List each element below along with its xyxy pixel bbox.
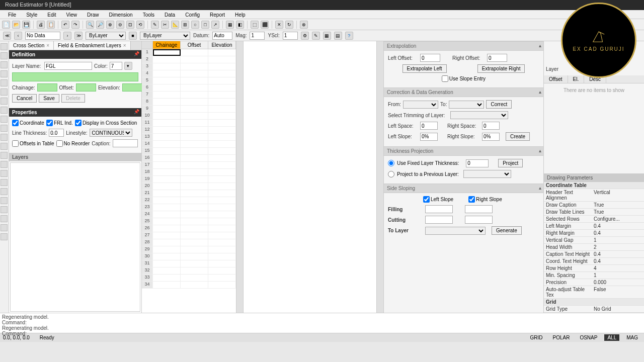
nav-prev-icon[interactable]: ‹ xyxy=(14,32,22,40)
leftspace-input[interactable] xyxy=(420,122,438,130)
extrapolate-left-button[interactable]: Extrapolate Left xyxy=(403,64,447,73)
layers-list[interactable] xyxy=(10,162,140,312)
toolbar-icon[interactable]: ⊞ xyxy=(181,21,189,29)
vtool-icon[interactable] xyxy=(1,170,8,177)
table-row[interactable]: 3 xyxy=(142,63,236,70)
menu-edit[interactable]: Edit xyxy=(42,11,61,18)
vtool-icon[interactable] xyxy=(1,161,8,168)
leftslope-input[interactable] xyxy=(420,133,438,141)
nav-last-icon[interactable]: ≫ xyxy=(74,32,83,40)
linethk-input[interactable] xyxy=(49,129,64,137)
chainage-input[interactable] xyxy=(37,83,57,92)
prop-row[interactable]: Draw Table LinesTrue xyxy=(544,209,644,216)
collapse-icon[interactable]: ▴ xyxy=(539,148,541,153)
offset-input[interactable] xyxy=(76,83,96,92)
cancel-button[interactable]: Cancel xyxy=(12,94,37,103)
col-el[interactable]: El. xyxy=(568,75,585,83)
scrollbar[interactable] xyxy=(236,41,243,313)
vtool-icon[interactable] xyxy=(1,233,8,240)
vtool-icon[interactable] xyxy=(1,188,8,195)
toolbar-icon[interactable]: 📋 xyxy=(47,21,55,29)
prop-row[interactable]: Head Width2 xyxy=(544,244,644,251)
filling-left-input[interactable] xyxy=(425,205,453,213)
toolbar-icon[interactable]: ⟲ xyxy=(136,21,144,29)
save-button[interactable]: Save xyxy=(39,94,59,103)
table-row[interactable]: 33 xyxy=(142,275,236,282)
table-row[interactable]: 18 xyxy=(142,169,236,176)
rightslope-checkbox[interactable]: Right Slope xyxy=(468,196,502,203)
fixed-thickness-input[interactable] xyxy=(466,159,489,167)
table-row[interactable]: 23 xyxy=(142,204,236,211)
rightspace-input[interactable] xyxy=(482,122,500,130)
col-elevation[interactable]: Elevation xyxy=(208,41,236,49)
menu-draw[interactable]: Draw xyxy=(82,11,104,18)
vtool-icon[interactable] xyxy=(1,98,8,105)
tab-field-embankment[interactable]: Field & Embankment Layers× xyxy=(54,41,130,50)
toolbar-icon[interactable]: ✂ xyxy=(161,21,169,29)
table-row[interactable]: 15 xyxy=(142,148,236,155)
pin-icon[interactable]: 📌 xyxy=(134,51,139,56)
cutting-right-input[interactable] xyxy=(465,216,493,224)
vtool-icon[interactable] xyxy=(1,61,8,68)
toolbar-icon[interactable]: ▦ xyxy=(226,21,234,29)
tolayer-select[interactable] xyxy=(425,227,486,235)
right-offset-input[interactable] xyxy=(487,54,507,62)
correct-button[interactable]: Correct xyxy=(486,100,512,109)
table-row[interactable]: 1 xyxy=(142,49,236,56)
table-row[interactable]: 28 xyxy=(142,239,236,246)
corner-cell[interactable] xyxy=(142,41,153,49)
display-cs-checkbox[interactable]: Display in Cross Section xyxy=(75,120,137,126)
tab-cross-section[interactable]: Cross Section× xyxy=(9,41,54,50)
coordinate-checkbox[interactable]: Coordinate xyxy=(12,120,44,126)
prop-row[interactable]: Coord. Text Height0.4 xyxy=(544,258,644,265)
cutting-left-input[interactable] xyxy=(425,216,453,224)
prev-layer-radio[interactable]: Project to a Previous Layer: xyxy=(388,171,459,177)
collapse-icon[interactable]: ▴ xyxy=(539,185,541,191)
prop-row[interactable]: Vertical Gap1 xyxy=(544,237,644,244)
vtool-icon[interactable] xyxy=(1,88,8,96)
table-row[interactable]: 31 xyxy=(142,260,236,267)
table-row[interactable]: 10 xyxy=(142,113,236,120)
toolbar-icon[interactable]: 📄 xyxy=(2,21,10,29)
table-row[interactable]: 8 xyxy=(142,99,236,106)
col-offset[interactable]: Offset xyxy=(544,75,568,83)
close-icon[interactable]: × xyxy=(46,43,49,48)
table-row[interactable]: 14 xyxy=(142,141,236,148)
toolbar-icon[interactable]: ⊖ xyxy=(116,21,124,29)
toolbar-icon[interactable]: ⬚ xyxy=(251,21,259,29)
menu-style[interactable]: Style xyxy=(21,11,42,18)
elevation-input[interactable] xyxy=(122,83,142,92)
pin-icon[interactable]: 📌 xyxy=(134,109,139,114)
table-row[interactable]: 13 xyxy=(142,134,236,141)
color-swatch[interactable]: ■ xyxy=(129,32,137,40)
toolbar-icon[interactable]: 🔍 xyxy=(86,21,94,29)
color-picker-icon[interactable]: ▾ xyxy=(124,62,132,70)
menu-file[interactable]: File xyxy=(3,11,21,18)
table-row[interactable]: 19 xyxy=(142,176,236,183)
project-button[interactable]: Project xyxy=(498,159,523,167)
help-icon[interactable]: ? xyxy=(345,32,353,40)
toolbar-icon[interactable]: ⊡ xyxy=(126,21,134,29)
close-icon[interactable]: × xyxy=(123,43,126,48)
filling-right-input[interactable] xyxy=(465,205,493,213)
status-mode-osnap[interactable]: OSNAP xyxy=(577,334,600,341)
table-row[interactable]: 32 xyxy=(142,267,236,275)
toolbar-icon[interactable]: ↗ xyxy=(211,21,219,29)
vtool-icon[interactable] xyxy=(1,70,8,77)
chainage-combo[interactable] xyxy=(25,32,60,40)
offsets-table-checkbox[interactable]: Offsets in Table xyxy=(12,140,54,147)
menu-tools[interactable]: Tools xyxy=(138,11,159,18)
rightslope-input[interactable] xyxy=(482,133,500,141)
caption-input[interactable] xyxy=(113,139,138,147)
menu-report[interactable]: Report xyxy=(205,11,230,18)
vtool-icon[interactable] xyxy=(1,107,8,114)
tool-icon[interactable]: ⚙ xyxy=(301,32,309,40)
to-select[interactable] xyxy=(449,101,484,109)
trim-select[interactable] xyxy=(450,111,508,119)
prop-row[interactable]: Auto-adjust Table TexFalse xyxy=(544,286,644,299)
toolbar-icon[interactable]: ↻ xyxy=(285,21,293,29)
nav-next-icon[interactable]: › xyxy=(63,32,71,40)
status-mode-grid[interactable]: GRID xyxy=(527,334,546,341)
prop-row[interactable]: Left Margin0.4 xyxy=(544,223,644,230)
prop-row[interactable]: Caption Text Height0.4 xyxy=(544,251,644,258)
